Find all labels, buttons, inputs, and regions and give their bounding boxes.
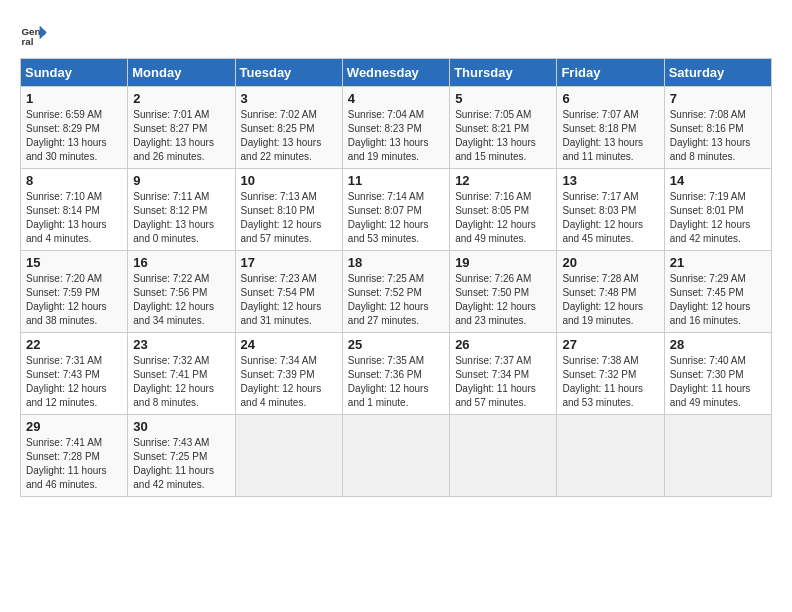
day-number: 9	[133, 173, 229, 188]
day-info: Sunrise: 7:16 AMSunset: 8:05 PMDaylight:…	[455, 191, 536, 244]
table-row	[450, 415, 557, 497]
table-row: 1Sunrise: 6:59 AMSunset: 8:29 PMDaylight…	[21, 87, 128, 169]
table-row: 13Sunrise: 7:17 AMSunset: 8:03 PMDayligh…	[557, 169, 664, 251]
day-number: 10	[241, 173, 337, 188]
day-info: Sunrise: 7:20 AMSunset: 7:59 PMDaylight:…	[26, 273, 107, 326]
col-header-tuesday: Tuesday	[235, 59, 342, 87]
day-info: Sunrise: 7:14 AMSunset: 8:07 PMDaylight:…	[348, 191, 429, 244]
day-number: 15	[26, 255, 122, 270]
table-row	[235, 415, 342, 497]
logo: Gene ral	[20, 20, 52, 48]
day-number: 6	[562, 91, 658, 106]
day-number: 21	[670, 255, 766, 270]
table-row: 26Sunrise: 7:37 AMSunset: 7:34 PMDayligh…	[450, 333, 557, 415]
col-header-thursday: Thursday	[450, 59, 557, 87]
day-number: 2	[133, 91, 229, 106]
table-row: 4Sunrise: 7:04 AMSunset: 8:23 PMDaylight…	[342, 87, 449, 169]
day-number: 25	[348, 337, 444, 352]
day-number: 7	[670, 91, 766, 106]
day-number: 27	[562, 337, 658, 352]
table-row: 14Sunrise: 7:19 AMSunset: 8:01 PMDayligh…	[664, 169, 771, 251]
table-row: 12Sunrise: 7:16 AMSunset: 8:05 PMDayligh…	[450, 169, 557, 251]
table-row: 3Sunrise: 7:02 AMSunset: 8:25 PMDaylight…	[235, 87, 342, 169]
col-header-monday: Monday	[128, 59, 235, 87]
day-number: 29	[26, 419, 122, 434]
day-number: 19	[455, 255, 551, 270]
page-header: Gene ral	[20, 20, 772, 48]
table-row: 16Sunrise: 7:22 AMSunset: 7:56 PMDayligh…	[128, 251, 235, 333]
day-number: 20	[562, 255, 658, 270]
table-row: 17Sunrise: 7:23 AMSunset: 7:54 PMDayligh…	[235, 251, 342, 333]
day-info: Sunrise: 7:26 AMSunset: 7:50 PMDaylight:…	[455, 273, 536, 326]
day-number: 11	[348, 173, 444, 188]
table-row: 9Sunrise: 7:11 AMSunset: 8:12 PMDaylight…	[128, 169, 235, 251]
day-number: 26	[455, 337, 551, 352]
table-row: 7Sunrise: 7:08 AMSunset: 8:16 PMDaylight…	[664, 87, 771, 169]
day-info: Sunrise: 7:23 AMSunset: 7:54 PMDaylight:…	[241, 273, 322, 326]
table-row: 23Sunrise: 7:32 AMSunset: 7:41 PMDayligh…	[128, 333, 235, 415]
day-number: 4	[348, 91, 444, 106]
col-header-wednesday: Wednesday	[342, 59, 449, 87]
day-number: 18	[348, 255, 444, 270]
col-header-friday: Friday	[557, 59, 664, 87]
table-row: 29Sunrise: 7:41 AMSunset: 7:28 PMDayligh…	[21, 415, 128, 497]
day-number: 14	[670, 173, 766, 188]
day-number: 28	[670, 337, 766, 352]
day-info: Sunrise: 7:35 AMSunset: 7:36 PMDaylight:…	[348, 355, 429, 408]
day-number: 17	[241, 255, 337, 270]
day-info: Sunrise: 7:43 AMSunset: 7:25 PMDaylight:…	[133, 437, 214, 490]
day-number: 8	[26, 173, 122, 188]
table-row: 8Sunrise: 7:10 AMSunset: 8:14 PMDaylight…	[21, 169, 128, 251]
day-info: Sunrise: 7:05 AMSunset: 8:21 PMDaylight:…	[455, 109, 536, 162]
table-row: 21Sunrise: 7:29 AMSunset: 7:45 PMDayligh…	[664, 251, 771, 333]
day-number: 16	[133, 255, 229, 270]
day-number: 13	[562, 173, 658, 188]
day-info: Sunrise: 7:32 AMSunset: 7:41 PMDaylight:…	[133, 355, 214, 408]
table-row: 20Sunrise: 7:28 AMSunset: 7:48 PMDayligh…	[557, 251, 664, 333]
table-row: 15Sunrise: 7:20 AMSunset: 7:59 PMDayligh…	[21, 251, 128, 333]
day-info: Sunrise: 7:07 AMSunset: 8:18 PMDaylight:…	[562, 109, 643, 162]
table-row	[664, 415, 771, 497]
day-info: Sunrise: 7:34 AMSunset: 7:39 PMDaylight:…	[241, 355, 322, 408]
logo-icon: Gene ral	[20, 20, 48, 48]
table-row	[342, 415, 449, 497]
day-info: Sunrise: 7:22 AMSunset: 7:56 PMDaylight:…	[133, 273, 214, 326]
day-number: 1	[26, 91, 122, 106]
table-row: 22Sunrise: 7:31 AMSunset: 7:43 PMDayligh…	[21, 333, 128, 415]
calendar-table: SundayMondayTuesdayWednesdayThursdayFrid…	[20, 58, 772, 497]
day-info: Sunrise: 7:17 AMSunset: 8:03 PMDaylight:…	[562, 191, 643, 244]
day-info: Sunrise: 7:19 AMSunset: 8:01 PMDaylight:…	[670, 191, 751, 244]
table-row: 18Sunrise: 7:25 AMSunset: 7:52 PMDayligh…	[342, 251, 449, 333]
day-info: Sunrise: 7:37 AMSunset: 7:34 PMDaylight:…	[455, 355, 536, 408]
day-number: 24	[241, 337, 337, 352]
day-number: 3	[241, 91, 337, 106]
day-info: Sunrise: 7:01 AMSunset: 8:27 PMDaylight:…	[133, 109, 214, 162]
table-row: 25Sunrise: 7:35 AMSunset: 7:36 PMDayligh…	[342, 333, 449, 415]
day-number: 22	[26, 337, 122, 352]
svg-text:ral: ral	[21, 36, 33, 47]
day-info: Sunrise: 7:11 AMSunset: 8:12 PMDaylight:…	[133, 191, 214, 244]
day-number: 12	[455, 173, 551, 188]
day-info: Sunrise: 7:08 AMSunset: 8:16 PMDaylight:…	[670, 109, 751, 162]
day-info: Sunrise: 7:31 AMSunset: 7:43 PMDaylight:…	[26, 355, 107, 408]
table-row: 28Sunrise: 7:40 AMSunset: 7:30 PMDayligh…	[664, 333, 771, 415]
day-info: Sunrise: 6:59 AMSunset: 8:29 PMDaylight:…	[26, 109, 107, 162]
day-info: Sunrise: 7:25 AMSunset: 7:52 PMDaylight:…	[348, 273, 429, 326]
table-row: 2Sunrise: 7:01 AMSunset: 8:27 PMDaylight…	[128, 87, 235, 169]
col-header-sunday: Sunday	[21, 59, 128, 87]
table-row: 5Sunrise: 7:05 AMSunset: 8:21 PMDaylight…	[450, 87, 557, 169]
day-number: 30	[133, 419, 229, 434]
day-info: Sunrise: 7:28 AMSunset: 7:48 PMDaylight:…	[562, 273, 643, 326]
day-info: Sunrise: 7:40 AMSunset: 7:30 PMDaylight:…	[670, 355, 751, 408]
day-info: Sunrise: 7:10 AMSunset: 8:14 PMDaylight:…	[26, 191, 107, 244]
day-number: 23	[133, 337, 229, 352]
table-row: 19Sunrise: 7:26 AMSunset: 7:50 PMDayligh…	[450, 251, 557, 333]
day-info: Sunrise: 7:29 AMSunset: 7:45 PMDaylight:…	[670, 273, 751, 326]
table-row: 24Sunrise: 7:34 AMSunset: 7:39 PMDayligh…	[235, 333, 342, 415]
table-row: 6Sunrise: 7:07 AMSunset: 8:18 PMDaylight…	[557, 87, 664, 169]
day-info: Sunrise: 7:13 AMSunset: 8:10 PMDaylight:…	[241, 191, 322, 244]
day-number: 5	[455, 91, 551, 106]
table-row: 30Sunrise: 7:43 AMSunset: 7:25 PMDayligh…	[128, 415, 235, 497]
day-info: Sunrise: 7:41 AMSunset: 7:28 PMDaylight:…	[26, 437, 107, 490]
table-row	[557, 415, 664, 497]
